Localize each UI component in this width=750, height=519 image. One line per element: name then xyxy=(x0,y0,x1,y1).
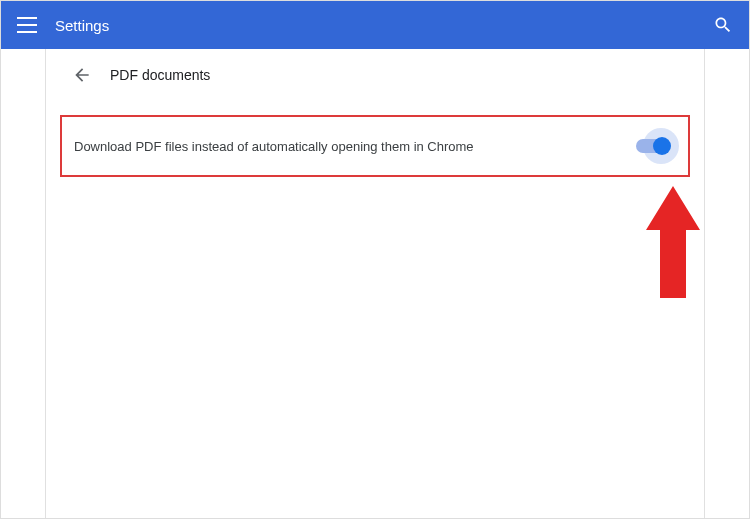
setting-label: Download PDF files instead of automatica… xyxy=(74,139,636,154)
app-header: Settings xyxy=(1,1,749,49)
setting-row-download-pdf[interactable]: Download PDF files instead of automatica… xyxy=(62,117,688,175)
page-title: PDF documents xyxy=(110,67,210,83)
search-icon[interactable] xyxy=(713,15,733,35)
header-title: Settings xyxy=(55,17,109,34)
highlight-box: Download PDF files instead of automatica… xyxy=(60,115,690,177)
back-arrow-icon[interactable] xyxy=(72,65,92,85)
download-pdf-toggle[interactable] xyxy=(636,139,670,153)
page-heading: PDF documents xyxy=(46,49,704,95)
toggle-thumb xyxy=(653,137,671,155)
content-frame: PDF documents Download PDF files instead… xyxy=(45,49,705,518)
hamburger-menu-icon[interactable] xyxy=(17,15,37,35)
